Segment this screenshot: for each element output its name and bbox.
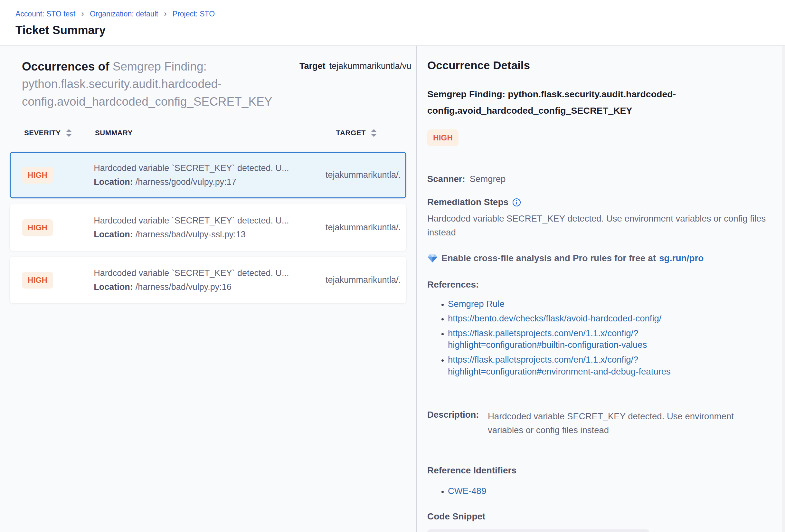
finding-title: Semgrep Finding: python.flask.security.a… <box>427 86 770 119</box>
reference-item: https://flask.palletsprojects.com/en/1.1… <box>448 328 706 351</box>
breadcrumb-separator-icon: › <box>164 9 167 18</box>
row-summary-text: Hardcoded variable `SECRET_KEY` detected… <box>94 268 326 278</box>
sort-icon[interactable] <box>66 128 72 137</box>
row-summary-text: Hardcoded variable `SECRET_KEY` detected… <box>94 216 326 226</box>
column-header-severity-label: SEVERITY <box>24 129 61 137</box>
occurrences-row-list: HIGH Hardcoded variable `SECRET_KEY` det… <box>10 152 406 303</box>
reference-item: Semgrep Rule <box>448 298 706 310</box>
target-value: tejakummarikuntla/vu <box>329 61 411 71</box>
scrollbar[interactable] <box>782 46 785 532</box>
info-icon[interactable] <box>512 198 521 207</box>
reference-item: https://flask.palletsprojects.com/en/1.1… <box>448 354 706 377</box>
promo-link[interactable]: sg.run/pro <box>659 253 704 263</box>
reference-link-flask-env[interactable]: https://flask.palletsprojects.com/en/1.1… <box>448 355 671 377</box>
column-header-summary[interactable]: SUMMARY <box>95 129 336 137</box>
scanner-label: Scanner: <box>427 174 465 184</box>
breadcrumb-separator-icon: › <box>81 9 84 18</box>
remediation-steps-header: Remediation Steps <box>427 197 770 207</box>
page-title: Ticket Summary <box>16 24 785 37</box>
column-header-severity[interactable]: SEVERITY <box>24 128 95 137</box>
page-header: Account: STO test › Organization: defaul… <box>0 0 785 46</box>
occurrence-row-2[interactable]: HIGH Hardcoded variable `SECRET_KEY` det… <box>10 204 406 251</box>
description-text: Hardcoded variable SECRET_KEY detected. … <box>488 410 755 437</box>
row-summary: Hardcoded variable `SECRET_KEY` detected… <box>94 216 326 239</box>
occurrence-details-panel: Occurrence Details Semgrep Finding: pyth… <box>417 46 785 532</box>
occurrences-header: Occurrences of Semgrep Finding: python.f… <box>22 58 416 110</box>
breadcrumb-project-link[interactable]: Project: STO <box>173 10 215 18</box>
column-header-target[interactable]: TARGET <box>336 128 377 137</box>
row-summary-text: Hardcoded variable `SECRET_KEY` detected… <box>94 163 326 173</box>
code-block-partial <box>427 529 650 532</box>
code-snippet-label: Code Snippet <box>427 511 770 522</box>
severity-badge: HIGH <box>427 129 458 146</box>
column-header-target-label: TARGET <box>336 129 366 137</box>
sort-icon[interactable] <box>370 128 377 137</box>
occurrence-row-3[interactable]: HIGH Hardcoded variable `SECRET_KEY` det… <box>10 257 406 303</box>
reference-link-flask-builtin[interactable]: https://flask.palletsprojects.com/en/1.1… <box>448 328 647 350</box>
breadcrumb: Account: STO test › Organization: defaul… <box>16 10 785 18</box>
row-location-label: Location: <box>94 177 133 187</box>
main-content: Occurrences of Semgrep Finding: python.f… <box>0 46 785 532</box>
breadcrumb-account-link[interactable]: Account: STO test <box>16 10 75 18</box>
occurrences-title: Occurrences of Semgrep Finding: python.f… <box>22 58 300 110</box>
description-row: Description: Hardcoded variable SECRET_K… <box>427 410 770 437</box>
occurrences-target: Targettejakummarikuntla/vu <box>300 58 416 110</box>
references-label: References: <box>427 280 770 290</box>
reference-identifiers-label: Reference Identifiers <box>427 465 770 476</box>
promo-text: Enable cross-file analysis and Pro rules… <box>441 253 656 263</box>
severity-badge: HIGH <box>22 167 53 183</box>
column-header-summary-label: SUMMARY <box>95 129 133 137</box>
breadcrumb-organization-link[interactable]: Organization: default <box>90 10 158 18</box>
scanner-row: Scanner:Semgrep <box>427 174 770 184</box>
row-location-label: Location: <box>94 282 133 292</box>
remediation-text: Hardcoded variable SECRET_KEY detected. … <box>427 212 770 239</box>
row-target: tejakummarikuntla/. <box>326 275 401 285</box>
pro-rules-promo: Enable cross-file analysis and Pro rules… <box>427 253 770 263</box>
reference-identifier-item: CWE-489 <box>448 485 706 497</box>
row-target: tejakummarikuntla/. <box>326 223 401 232</box>
occurrence-row-1[interactable]: HIGH Hardcoded variable `SECRET_KEY` det… <box>10 152 406 198</box>
occurrence-details-title: Occurrence Details <box>427 59 770 72</box>
references-list: Semgrep Rule https://bento.dev/checks/fl… <box>427 298 770 377</box>
row-location-value: /harness/bad/vulpy-ssl.py:13 <box>135 230 246 239</box>
row-location-value: /harness/good/vulpy.py:17 <box>135 177 236 187</box>
severity-badge: HIGH <box>22 219 53 236</box>
cwe-link[interactable]: CWE-489 <box>448 486 486 496</box>
reference-identifiers-list: CWE-489 <box>427 485 770 497</box>
scanner-value: Semgrep <box>470 174 506 184</box>
row-summary: Hardcoded variable `SECRET_KEY` detected… <box>94 268 326 292</box>
occurrences-table-header: SEVERITY SUMMARY TARGET <box>10 128 406 137</box>
reference-link-bento[interactable]: https://bento.dev/checks/flask/avoid-har… <box>448 313 661 323</box>
remediation-steps-label: Remediation Steps <box>427 197 508 207</box>
row-location-label: Location: <box>94 230 133 239</box>
occurrences-panel: Occurrences of Semgrep Finding: python.f… <box>0 46 417 532</box>
reference-link-semgrep-rule[interactable]: Semgrep Rule <box>448 299 505 309</box>
row-location-value: /harness/bad/vulpy.py:16 <box>135 282 231 292</box>
reference-item: https://bento.dev/checks/flask/avoid-har… <box>448 313 706 325</box>
severity-badge: HIGH <box>22 272 53 288</box>
row-summary: Hardcoded variable `SECRET_KEY` detected… <box>94 163 326 187</box>
description-label: Description: <box>427 410 488 437</box>
gem-icon <box>427 253 437 263</box>
row-target: tejakummarikuntla/. <box>326 170 401 180</box>
occurrences-title-prefix: Occurrences of <box>22 60 113 73</box>
target-label: Target <box>300 61 326 71</box>
